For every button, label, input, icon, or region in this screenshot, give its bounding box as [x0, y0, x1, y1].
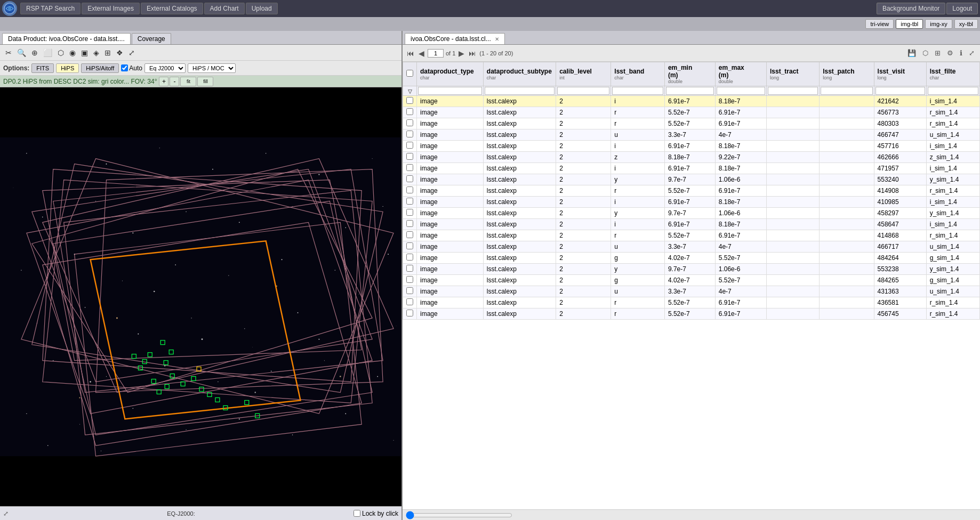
- col-lsst-patch[interactable]: lsst_patchlong: [820, 62, 874, 86]
- row-checkbox[interactable]: [406, 186, 413, 193]
- table-row[interactable]: imagelsst.calexp2u3.3e-74e-7466717u_sim_…: [403, 241, 980, 253]
- polygon-tool-button[interactable]: ⬡: [55, 47, 66, 58]
- external-images-button[interactable]: External Images: [82, 3, 140, 14]
- table-options-button[interactable]: ⊞: [933, 48, 943, 58]
- filter-dataproduct-subtype[interactable]: [485, 87, 555, 95]
- next-page-button[interactable]: ▶: [457, 48, 465, 59]
- img-tbl-button[interactable]: img-tbl: [896, 19, 923, 29]
- col-dataproduct-subtype[interactable]: dataproduct_subtypechar: [483, 62, 556, 86]
- col-lsst-filte[interactable]: lsst_filtechar: [926, 62, 979, 86]
- table-row[interactable]: imagelsst.calexp2i6.91e-78.18e-7458647i_…: [403, 219, 980, 230]
- expand-tool-button[interactable]: ⤢: [126, 47, 137, 58]
- page-input[interactable]: [428, 49, 444, 58]
- region-tool-button[interactable]: ▣: [79, 47, 90, 58]
- filter-lsst-visit[interactable]: [875, 87, 925, 95]
- expand-icon[interactable]: ⤢: [3, 510, 9, 517]
- row-checkbox[interactable]: [406, 231, 413, 238]
- tab-close-button[interactable]: ✕: [495, 36, 499, 42]
- col-lsst-tract[interactable]: lsst_tractlong: [767, 62, 820, 86]
- logout-button[interactable]: Logout: [946, 3, 978, 14]
- last-page-button[interactable]: ⏭: [468, 48, 477, 59]
- table-info-button[interactable]: ℹ: [958, 48, 965, 58]
- lock-by-click-control[interactable]: Lock by click: [354, 510, 398, 517]
- table-row[interactable]: imagelsst.calexp2r5.52e-76.91e-7456745r_…: [403, 308, 980, 320]
- row-checkbox[interactable]: [406, 220, 413, 227]
- zoom-out-button[interactable]: -: [170, 77, 179, 86]
- table-row[interactable]: imagelsst.calexp2z8.18e-79.22e-7462666z_…: [403, 152, 980, 163]
- row-checkbox[interactable]: [406, 108, 413, 115]
- prev-page-button[interactable]: ◀: [417, 48, 425, 59]
- upload-button[interactable]: Upload: [246, 3, 278, 14]
- row-checkbox[interactable]: [406, 310, 413, 316]
- marker-tool-button[interactable]: ◈: [91, 47, 101, 58]
- table-row[interactable]: imagelsst.calexp2i6.91e-78.18e-7471957i_…: [403, 163, 980, 174]
- table-row[interactable]: imagelsst.calexp2r5.52e-76.91e-7414868r_…: [403, 230, 980, 241]
- hips-button[interactable]: HiPS: [56, 63, 79, 73]
- row-checkbox[interactable]: [406, 131, 413, 137]
- filter-em-min[interactable]: [666, 87, 714, 95]
- zoom-fit-button[interactable]: fit: [180, 77, 196, 86]
- table-expand-button[interactable]: ⤢: [967, 48, 977, 58]
- filter-table-button[interactable]: ⬡: [920, 48, 930, 58]
- table-settings-button[interactable]: ⚙: [945, 48, 955, 58]
- col-lsst-visit[interactable]: lsst_visitlong: [874, 62, 926, 86]
- fits-button[interactable]: FITS: [31, 63, 54, 73]
- lock-checkbox[interactable]: [354, 510, 360, 517]
- pan-tool-button[interactable]: ⊕: [29, 47, 40, 58]
- col-em-max[interactable]: em_max(m)double: [715, 62, 766, 86]
- row-checkbox[interactable]: [406, 164, 413, 171]
- table-row[interactable]: imagelsst.calexp2u3.3e-74e-7431363u_sim_…: [403, 286, 980, 297]
- hips-moc-select[interactable]: HiPS / MOC: [188, 63, 236, 73]
- filter-em-max[interactable]: [717, 87, 765, 95]
- select-all-checkbox[interactable]: [406, 70, 413, 77]
- row-checkbox[interactable]: [406, 242, 413, 249]
- table-row[interactable]: imagelsst.calexp2g4.02e-75.52e-7484265g_…: [403, 275, 980, 286]
- row-checkbox[interactable]: [406, 209, 413, 216]
- hips-aitoff-button[interactable]: HiPS/Aitoff: [81, 63, 119, 73]
- filter-lsst-filte[interactable]: [928, 87, 978, 95]
- table-row[interactable]: imagelsst.calexp2y9.7e-71.06e-6553238y_s…: [403, 264, 980, 275]
- tri-view-button[interactable]: tri-view: [865, 19, 894, 29]
- circle-tool-button[interactable]: ◉: [67, 47, 78, 58]
- table-row[interactable]: imagelsst.calexp2i6.91e-78.18e-7410985i_…: [403, 197, 980, 208]
- add-chart-button[interactable]: Add Chart: [204, 3, 245, 14]
- filter-icon[interactable]: ▽: [408, 88, 412, 94]
- table-row[interactable]: imagelsst.calexp2i6.91e-78.18e-7421642i_…: [403, 96, 980, 107]
- zoom-tool-button[interactable]: 🔍: [15, 47, 28, 58]
- background-monitor-button[interactable]: Background Monitor: [877, 3, 945, 14]
- tab-coverage[interactable]: Coverage: [132, 33, 171, 44]
- external-catalogs-button[interactable]: External Catalogs: [141, 3, 203, 14]
- layers-tool-button[interactable]: ❖: [114, 47, 125, 58]
- table-row[interactable]: imagelsst.calexp2r5.52e-76.91e-7436581r_…: [403, 297, 980, 308]
- row-checkbox[interactable]: [406, 254, 413, 261]
- grid-tool-button[interactable]: ⊞: [102, 47, 113, 58]
- col-dataproduct-type[interactable]: dataproduct_typechar: [417, 62, 484, 86]
- selection-tool-button[interactable]: ✂: [3, 47, 14, 58]
- filter-lsst-band[interactable]: [612, 87, 663, 95]
- save-table-button[interactable]: 💾: [905, 48, 918, 58]
- table-row[interactable]: imagelsst.calexp2i6.91e-78.18e-7457716i_…: [403, 141, 980, 152]
- zoom-fill-button[interactable]: fill: [197, 77, 213, 86]
- filter-lsst-patch[interactable]: [821, 87, 872, 95]
- row-checkbox[interactable]: [406, 276, 413, 283]
- table-row[interactable]: imagelsst.calexp2r5.52e-76.91e-7480303r_…: [403, 118, 980, 129]
- filter-lsst-tract[interactable]: [768, 87, 818, 95]
- col-calib-level[interactable]: calib_levelint: [556, 62, 611, 86]
- tab-ivoa-obscore[interactable]: ivoa.ObsCore - data.lsst.cl... ✕: [405, 33, 505, 44]
- col-lsst-band[interactable]: lsst_bandchar: [611, 62, 665, 86]
- row-checkbox[interactable]: [406, 142, 413, 149]
- table-row[interactable]: imagelsst.calexp2r5.52e-76.91e-7414908r_…: [403, 185, 980, 197]
- table-row[interactable]: imagelsst.calexp2r5.52e-76.91e-7456773r_…: [403, 107, 980, 118]
- row-checkbox[interactable]: [406, 97, 413, 104]
- coord-select[interactable]: Eq J2000 Gal: [144, 63, 186, 73]
- xy-tbl-button[interactable]: xy-tbl: [954, 19, 978, 29]
- table-row[interactable]: imagelsst.calexp2y9.7e-71.06e-6553240y_s…: [403, 174, 980, 185]
- table-row[interactable]: imagelsst.calexp2g4.02e-75.52e-7484264g_…: [403, 253, 980, 264]
- rect-select-button[interactable]: ⬜: [41, 47, 54, 58]
- row-checkbox[interactable]: [406, 287, 413, 294]
- rsp-tap-search-button[interactable]: RSP TAP Search: [20, 3, 81, 14]
- filter-calib-level[interactable]: [557, 87, 609, 95]
- auto-checkbox[interactable]: Auto: [121, 64, 142, 72]
- table-row[interactable]: imagelsst.calexp2u3.3e-74e-7466747u_sim_…: [403, 129, 980, 141]
- img-xy-button[interactable]: img-xy: [925, 19, 952, 29]
